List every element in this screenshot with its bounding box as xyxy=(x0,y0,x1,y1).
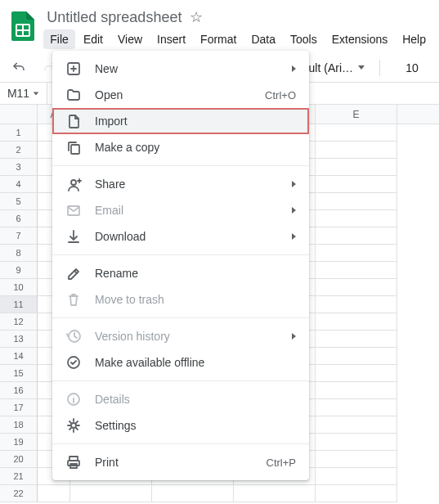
menu-help[interactable]: Help xyxy=(396,29,432,49)
undo-button[interactable] xyxy=(8,57,29,79)
row-header-9[interactable]: 9 xyxy=(0,262,38,279)
file-icon xyxy=(65,113,82,129)
cell[interactable] xyxy=(316,468,397,485)
menu-item-label: Details xyxy=(95,393,296,406)
row-header-13[interactable]: 13 xyxy=(0,331,38,348)
cell[interactable] xyxy=(316,279,397,296)
menu-item-label: Share xyxy=(95,178,279,191)
cell[interactable] xyxy=(316,124,397,142)
row-header-11[interactable]: 11 xyxy=(0,296,38,313)
menu-item-label: Open xyxy=(95,88,252,101)
menu-format[interactable]: Format xyxy=(194,29,243,49)
folder-icon xyxy=(65,87,82,103)
cell[interactable] xyxy=(316,193,397,210)
select-all-corner[interactable] xyxy=(0,105,38,124)
menu-data[interactable]: Data xyxy=(244,29,282,49)
row-header-18[interactable]: 18 xyxy=(0,416,38,434)
cell[interactable] xyxy=(234,485,316,502)
cell[interactable] xyxy=(316,176,397,193)
cell[interactable] xyxy=(316,382,397,399)
copy-icon xyxy=(65,139,82,155)
cell[interactable] xyxy=(316,348,397,365)
gear-icon xyxy=(65,417,82,434)
cell[interactable] xyxy=(316,365,397,382)
menu-item-new[interactable]: New xyxy=(52,56,309,82)
menu-item-label: Print xyxy=(95,456,253,469)
menu-shortcut: Ctrl+P xyxy=(267,457,296,469)
cell[interactable] xyxy=(316,210,397,227)
trash-icon xyxy=(65,291,82,308)
row-header-15[interactable]: 15 xyxy=(0,365,38,382)
row-header-3[interactable]: 3 xyxy=(0,159,38,176)
cell[interactable] xyxy=(316,331,397,348)
menu-item-download[interactable]: Download xyxy=(52,223,309,250)
row-header-6[interactable]: 6 xyxy=(0,210,38,227)
cell[interactable] xyxy=(316,416,397,434)
grid-row: 22 xyxy=(0,485,439,502)
row-header-2[interactable]: 2 xyxy=(0,142,38,159)
menu-view[interactable]: View xyxy=(111,29,149,49)
menu-file[interactable]: File xyxy=(43,29,75,49)
row-header-10[interactable]: 10 xyxy=(0,279,38,296)
download-icon xyxy=(65,228,82,245)
cell[interactable] xyxy=(316,451,397,468)
menu-edit[interactable]: Edit xyxy=(77,29,110,49)
cell[interactable] xyxy=(316,142,397,159)
menu-item-move-to-trash: Move to trash xyxy=(52,286,309,313)
row-header-14[interactable]: 14 xyxy=(0,348,38,365)
menu-insert[interactable]: Insert xyxy=(150,29,192,49)
menu-item-label: Download xyxy=(95,230,279,243)
cell[interactable] xyxy=(316,262,397,279)
svg-point-19 xyxy=(71,423,76,428)
cell[interactable] xyxy=(316,313,397,331)
cell[interactable] xyxy=(316,485,397,502)
app-header: Untitled spreadsheet ☆ FileEditViewInser… xyxy=(0,0,439,52)
row-header-4[interactable]: 4 xyxy=(0,176,38,193)
row-header-20[interactable]: 20 xyxy=(0,451,38,468)
menu-item-settings[interactable]: Settings xyxy=(52,412,309,439)
menu-item-make-a-copy[interactable]: Make a copy xyxy=(52,134,309,160)
star-icon[interactable]: ☆ xyxy=(190,8,203,26)
row-header-12[interactable]: 12 xyxy=(0,313,38,331)
cell[interactable] xyxy=(316,159,397,176)
cell[interactable] xyxy=(70,485,152,502)
cell[interactable] xyxy=(316,399,397,416)
cell[interactable] xyxy=(316,434,397,451)
cell[interactable] xyxy=(152,485,234,502)
row-header-22[interactable]: 22 xyxy=(0,485,38,502)
menu-item-email: Email xyxy=(52,197,309,223)
column-header-E[interactable]: E xyxy=(316,105,397,124)
print-icon xyxy=(65,454,82,470)
menu-item-version-history: Version history xyxy=(52,323,309,349)
row-header-7[interactable]: 7 xyxy=(0,227,38,245)
name-box[interactable]: M11 xyxy=(0,83,47,104)
row-header-17[interactable]: 17 xyxy=(0,399,38,416)
menu-item-share[interactable]: Share xyxy=(52,171,309,197)
cell[interactable] xyxy=(316,296,397,313)
menu-item-import[interactable]: Import xyxy=(52,108,309,134)
cell[interactable] xyxy=(38,485,70,502)
rename-icon xyxy=(65,265,82,281)
menu-item-label: Make available offline xyxy=(95,356,296,369)
menu-item-rename[interactable]: Rename xyxy=(52,260,309,286)
row-header-19[interactable]: 19 xyxy=(0,434,38,451)
menu-item-label: Version history xyxy=(95,330,279,343)
row-header-1[interactable]: 1 xyxy=(0,124,38,142)
menu-tools[interactable]: Tools xyxy=(284,29,324,49)
row-header-5[interactable]: 5 xyxy=(0,193,38,210)
document-title[interactable]: Untitled spreadsheet xyxy=(47,9,181,26)
menu-extensions[interactable]: Extensions xyxy=(325,29,394,49)
cell[interactable] xyxy=(316,245,397,262)
row-header-21[interactable]: 21 xyxy=(0,468,38,485)
row-header-16[interactable]: 16 xyxy=(0,382,38,399)
menu-item-print[interactable]: PrintCtrl+P xyxy=(52,449,309,475)
font-size-input[interactable]: 10 xyxy=(398,61,426,74)
name-box-value: M11 xyxy=(7,87,29,100)
menu-item-make-available-offline[interactable]: Make available offline xyxy=(52,349,309,376)
sheets-logo[interactable] xyxy=(7,10,38,43)
menu-separator xyxy=(52,317,309,318)
cell[interactable] xyxy=(316,227,397,245)
row-header-8[interactable]: 8 xyxy=(0,245,38,262)
mail-icon xyxy=(65,202,82,218)
menu-item-open[interactable]: OpenCtrl+O xyxy=(52,82,309,108)
